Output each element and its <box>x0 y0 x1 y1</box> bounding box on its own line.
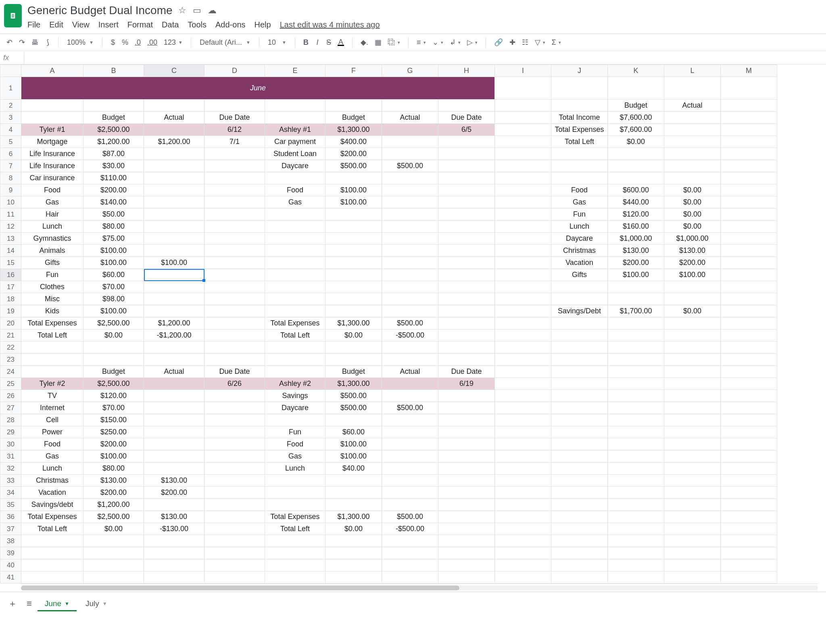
cell-M36[interactable] <box>721 511 777 523</box>
cell-E6[interactable]: Student Loan <box>265 148 325 160</box>
cell-J9[interactable]: Food <box>551 184 608 196</box>
chart-icon[interactable]: ☷ <box>519 36 531 48</box>
row-header-27[interactable]: 27 <box>0 402 21 414</box>
cell-F32[interactable]: $40.00 <box>325 463 382 475</box>
cell-K19[interactable]: $1,700.00 <box>608 305 664 317</box>
cell-M29[interactable] <box>721 426 777 438</box>
cell-L31[interactable] <box>664 450 721 463</box>
cell-L7[interactable] <box>664 160 721 172</box>
cell-F21[interactable]: $0.00 <box>325 329 382 342</box>
cell-F4[interactable]: $1,300.00 <box>325 124 382 136</box>
cell-E13[interactable] <box>265 233 325 245</box>
cell-B3[interactable]: Budget <box>83 112 144 124</box>
cell-I26[interactable] <box>495 390 551 402</box>
cell-C17[interactable] <box>144 281 204 293</box>
cell-I23[interactable] <box>495 354 551 366</box>
text-color-button[interactable]: A <box>335 38 346 48</box>
cell-M14[interactable] <box>721 245 777 257</box>
cell-B22[interactable] <box>83 342 144 354</box>
col-header-F[interactable]: F <box>325 65 382 77</box>
cell-A36[interactable]: Total Expenses <box>21 511 83 523</box>
cell-B5[interactable]: $1,200.00 <box>83 136 144 148</box>
valign-icon[interactable]: ⌄▾ <box>430 36 446 48</box>
cell-B10[interactable]: $140.00 <box>83 196 144 208</box>
cell-E38[interactable] <box>265 535 325 547</box>
cell-D28[interactable] <box>204 414 265 426</box>
cell-M18[interactable] <box>721 293 777 305</box>
cell-F28[interactable] <box>325 414 382 426</box>
cell-A16[interactable]: Fun <box>21 269 83 281</box>
cell-M15[interactable] <box>721 257 777 269</box>
cell-C32[interactable] <box>144 463 204 475</box>
cell-E41[interactable] <box>265 571 325 584</box>
cell-A26[interactable]: TV <box>21 390 83 402</box>
cell-L16[interactable]: $100.00 <box>664 269 721 281</box>
font-select[interactable]: Default (Ari...▼ <box>197 37 253 48</box>
cell-C34[interactable]: $200.00 <box>144 487 204 499</box>
cell-F3[interactable]: Budget <box>325 112 382 124</box>
cell-G35[interactable] <box>382 499 438 511</box>
cell-I22[interactable] <box>495 342 551 354</box>
cell-D41[interactable] <box>204 571 265 584</box>
cell-A27[interactable]: Internet <box>21 402 83 414</box>
format-currency-button[interactable]: $ <box>108 37 118 48</box>
row-header-10[interactable]: 10 <box>0 196 21 208</box>
cell-C23[interactable] <box>144 354 204 366</box>
cell-H9[interactable] <box>438 184 495 196</box>
cell-H4[interactable]: 6/5 <box>438 124 495 136</box>
cell-B23[interactable] <box>83 354 144 366</box>
cell-H32[interactable] <box>438 463 495 475</box>
cell-D18[interactable] <box>204 293 265 305</box>
decrease-decimal-button[interactable]: .0 <box>132 37 143 48</box>
cell-K14[interactable]: $130.00 <box>608 245 664 257</box>
cell-J14[interactable]: Christmas <box>551 245 608 257</box>
cell-J41[interactable] <box>551 571 608 584</box>
col-header-M[interactable]: M <box>721 65 777 77</box>
cell-D40[interactable] <box>204 559 265 571</box>
row-header-25[interactable]: 25 <box>0 378 21 390</box>
cell-G16[interactable] <box>382 269 438 281</box>
cell-L3[interactable] <box>664 112 721 124</box>
last-edit-link[interactable]: Last edit was 4 minutes ago <box>280 20 380 29</box>
cell-H23[interactable] <box>438 354 495 366</box>
row-header-23[interactable]: 23 <box>0 354 21 366</box>
cell-C37[interactable]: -$130.00 <box>144 523 204 535</box>
cell-I33[interactable] <box>495 475 551 487</box>
cell-L22[interactable] <box>664 342 721 354</box>
cell-M3[interactable] <box>721 112 777 124</box>
cell-E2[interactable] <box>265 100 325 112</box>
cell-E24[interactable] <box>265 366 325 378</box>
cell-C29[interactable] <box>144 426 204 438</box>
cell-A28[interactable]: Cell <box>21 414 83 426</box>
cell-J2[interactable] <box>551 100 608 112</box>
menu-format[interactable]: Format <box>127 20 153 29</box>
cell-E37[interactable]: Total Left <box>265 523 325 535</box>
cell-H8[interactable] <box>438 172 495 184</box>
cell-I28[interactable] <box>495 414 551 426</box>
cell-A7[interactable]: Life Insurance <box>21 160 83 172</box>
cell-F30[interactable]: $100.00 <box>325 438 382 450</box>
cell-G30[interactable] <box>382 438 438 450</box>
cell-C4[interactable] <box>144 124 204 136</box>
cell-J4[interactable]: Total Expenses <box>551 124 608 136</box>
cell-B2[interactable] <box>83 100 144 112</box>
cell-K30[interactable] <box>608 438 664 450</box>
cell-J32[interactable] <box>551 463 608 475</box>
cell-A35[interactable]: Savings/debt <box>21 499 83 511</box>
cell-L33[interactable] <box>664 475 721 487</box>
col-header-D[interactable]: D <box>204 65 265 77</box>
cell-D33[interactable] <box>204 475 265 487</box>
cell-J37[interactable] <box>551 523 608 535</box>
cell-E12[interactable] <box>265 221 325 233</box>
cell-I40[interactable] <box>495 559 551 571</box>
cell-H29[interactable] <box>438 426 495 438</box>
format-percent-button[interactable]: % <box>119 37 131 48</box>
cell-L14[interactable]: $130.00 <box>664 245 721 257</box>
undo-icon[interactable]: ↶ <box>4 36 15 48</box>
cell-C22[interactable] <box>144 342 204 354</box>
cell-C14[interactable] <box>144 245 204 257</box>
cell-I2[interactable] <box>495 100 551 112</box>
spreadsheet-grid[interactable]: ABCDEFGHIJKLM 1June2BudgetActual3BudgetA… <box>0 65 777 584</box>
cell-D10[interactable] <box>204 196 265 208</box>
cell-L24[interactable] <box>664 366 721 378</box>
